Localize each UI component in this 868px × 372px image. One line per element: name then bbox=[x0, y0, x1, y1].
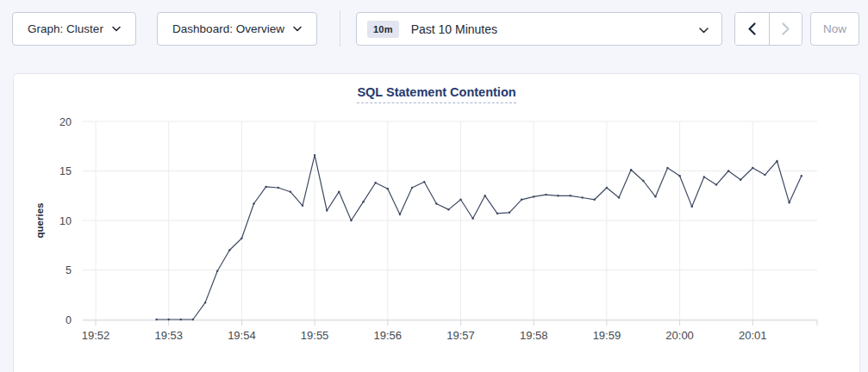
data-point bbox=[666, 167, 668, 169]
y-tick-label: 15 bbox=[59, 165, 72, 177]
chart-panel: 0510152019:5219:5319:5419:5519:5619:5719… bbox=[13, 73, 860, 372]
chevron-right-icon bbox=[782, 22, 790, 35]
time-range-label: Past 10 Minutes bbox=[411, 22, 497, 36]
data-point bbox=[423, 181, 425, 183]
time-nav-button-group bbox=[734, 12, 802, 46]
series-line-queries bbox=[157, 155, 802, 319]
chart-canvas-wrap: 0510152019:5219:5319:5419:5519:5619:5719… bbox=[14, 74, 861, 372]
data-point bbox=[569, 195, 571, 196]
data-point bbox=[642, 180, 644, 182]
data-point bbox=[776, 160, 777, 162]
data-point bbox=[155, 319, 157, 320]
data-point bbox=[715, 183, 717, 185]
data-point bbox=[362, 201, 364, 202]
chevron-down-icon bbox=[112, 26, 121, 32]
data-point bbox=[216, 270, 218, 272]
chevron-down-icon bbox=[699, 27, 709, 34]
chevron-left-icon bbox=[748, 22, 756, 35]
data-point bbox=[265, 186, 266, 188]
x-tick-label: 19:52 bbox=[82, 329, 110, 342]
data-point bbox=[509, 212, 510, 214]
x-tick-label: 19:54 bbox=[228, 329, 256, 342]
data-point bbox=[387, 188, 389, 189]
data-point bbox=[447, 208, 449, 210]
data-point bbox=[192, 319, 194, 320]
data-point bbox=[678, 175, 680, 177]
data-point bbox=[326, 209, 328, 211]
dashboard-selector-button[interactable]: Dashboard: Overview bbox=[157, 12, 317, 46]
data-point bbox=[740, 179, 741, 181]
y-tick-label: 20 bbox=[59, 116, 72, 128]
data-point bbox=[399, 214, 401, 215]
data-point bbox=[459, 199, 461, 201]
y-tick-label: 0 bbox=[66, 314, 72, 326]
data-point bbox=[703, 176, 705, 177]
data-point bbox=[240, 238, 242, 239]
x-tick-label: 19:55 bbox=[301, 329, 329, 342]
data-point bbox=[278, 187, 279, 189]
contention-chart: 0510152019:5219:5319:5419:5519:5619:5719… bbox=[14, 74, 861, 372]
now-button-label: Now bbox=[823, 22, 846, 35]
data-point bbox=[204, 301, 206, 303]
prev-time-button[interactable] bbox=[735, 13, 769, 45]
y-tick-label: 5 bbox=[66, 264, 72, 276]
data-point bbox=[594, 199, 596, 201]
chart-title: SQL Statement Contention bbox=[357, 85, 515, 103]
data-point bbox=[338, 191, 340, 193]
data-point bbox=[484, 195, 486, 196]
chevron-down-icon bbox=[293, 26, 302, 32]
data-point bbox=[228, 249, 230, 251]
data-point bbox=[606, 187, 608, 189]
next-time-button[interactable] bbox=[769, 13, 802, 45]
x-tick-label: 19:53 bbox=[154, 329, 183, 342]
graph-selector-label: Graph: Cluster bbox=[28, 22, 103, 35]
x-tick-label: 20:00 bbox=[665, 329, 694, 342]
data-point bbox=[471, 218, 473, 220]
data-point bbox=[788, 202, 790, 203]
x-tick-label: 19:59 bbox=[593, 329, 621, 342]
x-tick-label: 19:57 bbox=[446, 329, 475, 342]
data-point bbox=[654, 195, 656, 197]
data-point bbox=[618, 196, 620, 198]
time-range-selector[interactable]: 10m Past 10 Minutes bbox=[356, 12, 722, 46]
x-tick-label: 19:58 bbox=[520, 329, 548, 342]
data-point bbox=[752, 167, 753, 169]
toolbar-divider bbox=[340, 10, 340, 46]
data-point bbox=[533, 195, 534, 197]
data-point bbox=[727, 170, 729, 171]
data-point bbox=[290, 191, 291, 193]
x-tick-label: 19:56 bbox=[374, 329, 403, 342]
data-point bbox=[557, 195, 559, 196]
y-axis-label: queries bbox=[34, 203, 45, 239]
x-tick-label: 20:01 bbox=[739, 329, 767, 342]
data-point bbox=[764, 174, 765, 176]
graph-selector-button[interactable]: Graph: Cluster bbox=[12, 12, 136, 46]
data-point bbox=[521, 199, 522, 201]
dashboard-selector-label: Dashboard: Overview bbox=[172, 22, 284, 35]
data-point bbox=[582, 196, 584, 198]
data-point bbox=[496, 213, 498, 214]
data-point bbox=[375, 182, 377, 183]
data-point bbox=[168, 319, 170, 320]
now-button[interactable]: Now bbox=[810, 12, 859, 46]
y-tick-label: 10 bbox=[59, 215, 72, 227]
data-point bbox=[350, 220, 352, 221]
data-point bbox=[411, 187, 413, 189]
data-point bbox=[253, 202, 254, 204]
data-point bbox=[314, 154, 315, 156]
data-point bbox=[630, 169, 632, 170]
data-point bbox=[545, 194, 546, 195]
data-point bbox=[180, 319, 182, 320]
data-point bbox=[691, 206, 693, 208]
data-point bbox=[801, 175, 802, 177]
time-range-badge: 10m bbox=[367, 21, 399, 38]
data-point bbox=[302, 205, 303, 207]
data-point bbox=[435, 202, 437, 204]
